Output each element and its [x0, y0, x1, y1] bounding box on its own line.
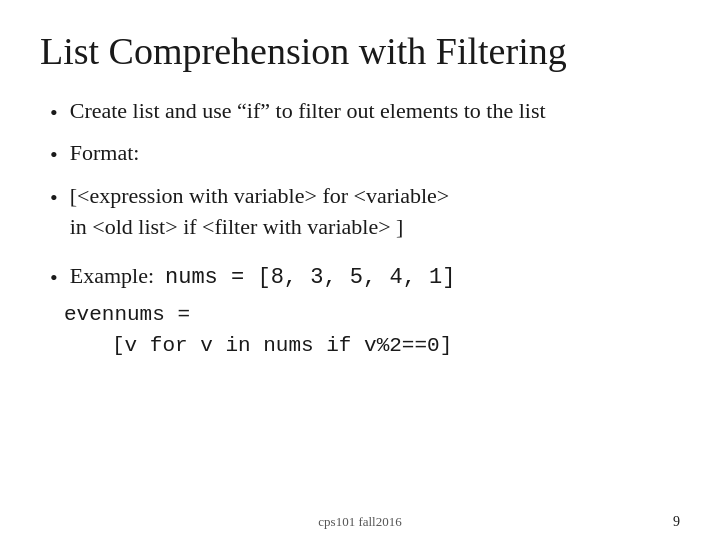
slide-title: List Comprehension with Filtering: [40, 30, 680, 74]
code-line-1: evennums =: [64, 299, 680, 331]
list-item: • Create list and use “if” to filter out…: [50, 96, 680, 129]
footer-page: 9: [673, 514, 680, 530]
example-bullet: • Example: nums = [8, 3, 5, 4, 1]: [50, 263, 680, 291]
code-block: evennums = [v for v in nums if v%2==0]: [64, 299, 680, 362]
example-inline-code: nums = [8, 3, 5, 4, 1]: [165, 265, 455, 290]
example-text: Example: nums = [8, 3, 5, 4, 1]: [70, 263, 456, 290]
bullet-dot-2: •: [50, 140, 58, 171]
code-line-2: [v for v in nums if v%2==0]: [64, 330, 680, 362]
bullet-text-2: Format:: [70, 138, 680, 169]
content-area: • Create list and use “if” to filter out…: [40, 96, 680, 362]
list-item: • Format:: [50, 138, 680, 171]
bullet-list: • Create list and use “if” to filter out…: [50, 96, 680, 243]
bullet-dot-1: •: [50, 98, 58, 129]
bullet-text-1: Create list and use “if” to filter out e…: [70, 96, 680, 127]
example-section: • Example: nums = [8, 3, 5, 4, 1] evennu…: [50, 263, 680, 362]
bullet-text-3: [<expression with variable> for <variabl…: [70, 181, 680, 243]
bullet-dot-example: •: [50, 265, 58, 291]
list-item: • [<expression with variable> for <varia…: [50, 181, 680, 243]
bullet-dot-3: •: [50, 183, 58, 214]
footer-course: cps101 fall2016: [318, 514, 401, 530]
slide: List Comprehension with Filtering • Crea…: [0, 0, 720, 540]
